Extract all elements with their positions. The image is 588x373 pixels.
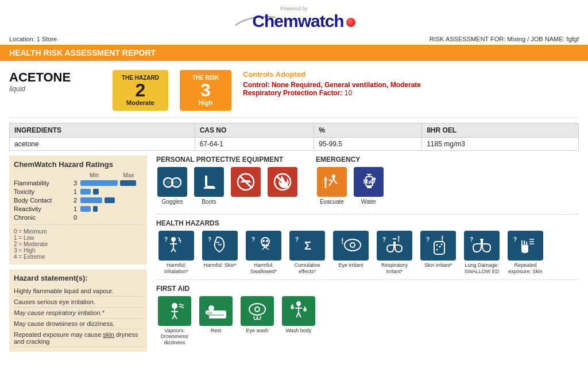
hh-inhalation: ? Harmful: Inhalation*: [156, 231, 196, 275]
lung-label: Lung Damage: SWALLOW ED: [462, 262, 502, 275]
rating-label-reactivity: Reactivity: [14, 205, 65, 212]
col-ingredients: INGREDIENTS: [10, 123, 195, 138]
ppe-emergency-row: PERSONAL PROTECTIVE EQUIPMENT: [156, 156, 579, 209]
statement-4: May cause drowsiness or dizziness.: [14, 318, 142, 329]
hh-respiratory: ? ! Respiratory irritant*: [374, 231, 415, 275]
right-panel: PERSONAL PROTECTIVE EQUIPMENT: [156, 156, 579, 352]
col-percent: %: [314, 123, 422, 138]
svg-point-45: [436, 249, 438, 251]
svg-text:?: ?: [208, 236, 211, 243]
rating-max-bar: [120, 180, 136, 186]
ingredients-table: INGREDIENTS CAS NO % 8HR OEL acetone 67-…: [9, 123, 579, 151]
max-header: Max: [117, 172, 140, 178]
logo-ball: [346, 18, 355, 27]
svg-text:Σ: Σ: [304, 239, 311, 252]
rating-value-reactivity: 1: [65, 205, 77, 212]
hazard-box: THE HAZARD 2 Moderate: [113, 70, 168, 111]
no-flames-icon: [268, 167, 297, 197]
hazard-sublabel: Moderate: [122, 99, 159, 106]
hazard-statements-title: Hazard statement(s):: [14, 274, 142, 282]
washbody-icon: [282, 296, 315, 326]
product-name: ACETONE: [9, 70, 101, 85]
rating-chronic: Chronic 0: [14, 214, 142, 221]
hazard-statements-box: Hazard statement(s): Highly flammable li…: [9, 269, 147, 352]
rating-max-bar: [105, 197, 115, 203]
emergency-title: EMERGENCY: [316, 156, 385, 164]
powered-by-label: Powered by: [0, 6, 588, 11]
rating-flammability: Flammability 3: [14, 180, 142, 187]
svg-text:!: !: [397, 234, 400, 243]
ingredient-oel: 1185 mg/m3: [422, 138, 579, 151]
rating-label-flammability: Flammability: [14, 180, 65, 187]
ppe-boots: Boots: [193, 167, 225, 205]
rating-value-bodycontact: 2: [65, 197, 77, 204]
ppe-section: PERSONAL PROTECTIVE EQUIPMENT: [156, 156, 299, 205]
main-content: ACETONE liquid THE HAZARD 2 Moderate THE…: [0, 61, 588, 356]
product-row: ACETONE liquid THE HAZARD 2 Moderate THE…: [9, 65, 579, 118]
rating-min-bar: [80, 180, 118, 186]
report-title: HEALTH RISK ASSESSMENT REPORT: [9, 48, 156, 57]
health-hazards-title: HEALTH HAZARDS: [156, 219, 579, 227]
hh-cumulative: ? Σ Cumulative effects*: [287, 231, 327, 275]
eyewash-label: Eye wash: [239, 328, 276, 334]
rpf-value: 10: [345, 89, 352, 97]
hh-eye: ! Eye irritant: [331, 231, 371, 269]
location-info: Location: 1 Store: [9, 36, 57, 42]
ppe-no-flames: [266, 167, 299, 199]
svg-point-24: [171, 237, 176, 242]
svg-point-4: [174, 180, 179, 185]
ppe-icons: Goggles Boots: [156, 167, 299, 205]
svg-point-46: [441, 244, 443, 246]
location-value: 1 Store: [37, 36, 57, 42]
svg-rect-57: [207, 312, 212, 315]
svg-rect-22: [367, 186, 372, 188]
repeated-label: Repeated exposure: Skin: [505, 262, 546, 275]
logo-container: Chemwatch: [0, 11, 588, 31]
left-panel: ChemWatch Hazard Ratings Min Max Flammab…: [9, 156, 147, 352]
cumulative-label: Cumulative effects*: [287, 262, 327, 275]
legend-3: 3 = High: [14, 247, 142, 254]
swallowed-icon: ?: [246, 231, 281, 261]
svg-point-44: [439, 246, 441, 248]
skin-irritant-label: Skin irritant*: [418, 262, 458, 269]
table-row: acetone 67-64-1 95-99.5 1185 mg/m3: [10, 138, 579, 151]
rating-label-chronic: Chronic: [14, 214, 65, 221]
statement-5: Repeated exposure may cause skin dryness…: [14, 329, 142, 347]
controls-section: Controls Adopted Control: None Required,…: [243, 70, 579, 97]
health-divider: [156, 279, 579, 280]
svg-rect-5: [204, 187, 215, 189]
ppe-title: PERSONAL PROTECTIVE EQUIPMENT: [156, 156, 299, 164]
skin-icon: ?: [202, 231, 238, 261]
location-bar: Location: 1 Store RISK ASSESSMENT FOR: M…: [0, 33, 588, 45]
risk-box: THE RISK 3 High: [180, 70, 231, 111]
ppe-divider: [156, 214, 579, 215]
goggles-label: Goggles: [156, 199, 188, 205]
respiratory-icon: ? !: [377, 231, 412, 261]
emergency-icons: Evacuate H₂O: [316, 167, 385, 205]
svg-point-29: [266, 240, 268, 242]
svg-text:?: ?: [164, 236, 168, 243]
eyewash-icon: [241, 296, 274, 326]
first-aid-title: FIRST AID: [156, 285, 579, 293]
fa-washbody: Wash body: [280, 296, 317, 334]
rating-toxicity: Toxicity 1: [14, 188, 142, 195]
rating-value-toxicity: 1: [65, 188, 77, 195]
statement-1: Highly flammable liquid and vapour.: [14, 286, 142, 297]
svg-point-27: [261, 238, 269, 246]
svg-text:?: ?: [470, 236, 473, 243]
ratings-header: Min Max: [14, 172, 142, 178]
skin-label: Harmful: Skin*: [200, 262, 240, 269]
svg-point-13: [332, 174, 335, 178]
svg-rect-42: [434, 242, 444, 254]
first-aid-section: FIRST AID: [156, 285, 579, 346]
health-hazard-icons: ? Harmful: Inhalation*: [156, 231, 579, 275]
svg-point-56: [208, 305, 214, 311]
emergency-evacuate: Evacuate: [316, 167, 348, 205]
logo-header: Powered by Chemwatch: [0, 0, 588, 33]
svg-point-28: [262, 240, 265, 242]
repeated-icon: ?: [508, 231, 543, 261]
svg-text:?: ?: [426, 236, 430, 243]
report-title-bar: HEALTH RISK ASSESSMENT REPORT: [0, 45, 588, 61]
hazard-number: 2: [122, 81, 159, 99]
min-header: Min: [83, 172, 106, 178]
